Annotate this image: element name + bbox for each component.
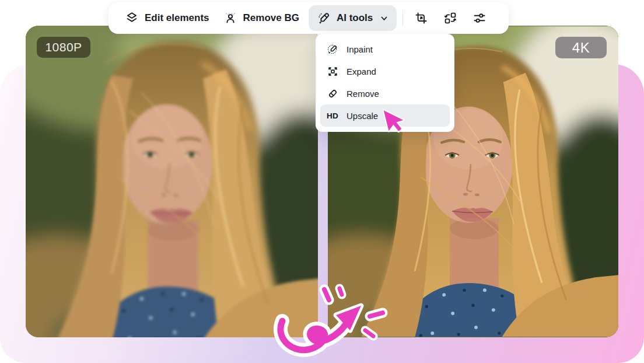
toolbar-divider xyxy=(402,10,403,26)
pink-cursor-pointer xyxy=(376,107,407,140)
edit-elements-label: Edit elements xyxy=(145,12,209,24)
menu-item-label: Inpaint xyxy=(346,44,373,54)
edit-elements-button[interactable]: Edit elements xyxy=(118,6,216,30)
adjust-sliders-icon xyxy=(473,11,487,25)
replace-button[interactable] xyxy=(436,6,465,30)
editor-toolbar: Edit elements Remove BG xyxy=(108,2,509,34)
menu-item-remove[interactable]: Remove xyxy=(320,82,450,104)
remove-bg-label: Remove BG xyxy=(243,12,299,24)
hero-canvas: 1080P 4K xyxy=(0,0,644,363)
menu-item-label: Expand xyxy=(346,67,376,76)
remove-bg-button[interactable]: Remove BG xyxy=(216,6,306,30)
ai-pen-icon xyxy=(317,11,331,25)
menu-item-expand[interactable]: Expand xyxy=(320,60,450,82)
menu-item-inpaint[interactable]: Inpaint xyxy=(320,38,450,60)
person-bg-icon xyxy=(223,11,237,25)
resolution-badge-4k: 4K xyxy=(555,37,607,58)
pink-arrow-doodle xyxy=(272,282,391,363)
expand-arrows-icon xyxy=(326,65,339,78)
ai-tools-label: AI tools xyxy=(337,12,373,24)
crop-icon xyxy=(414,11,428,25)
inpaint-pen-icon xyxy=(326,43,339,55)
eraser-icon xyxy=(326,88,339,100)
ai-tools-button[interactable]: AI tools xyxy=(309,5,397,31)
layers-icon xyxy=(125,11,139,25)
resolution-badge-1080p: 1080P xyxy=(37,37,90,58)
hd-badge-icon: HD xyxy=(326,111,339,120)
chevron-down-icon xyxy=(380,14,388,23)
menu-item-label: Remove xyxy=(346,89,379,99)
replace-icon xyxy=(443,11,457,25)
menu-item-label: Upscale xyxy=(346,111,378,121)
adjust-button[interactable] xyxy=(465,6,494,30)
crop-button[interactable] xyxy=(407,6,436,30)
